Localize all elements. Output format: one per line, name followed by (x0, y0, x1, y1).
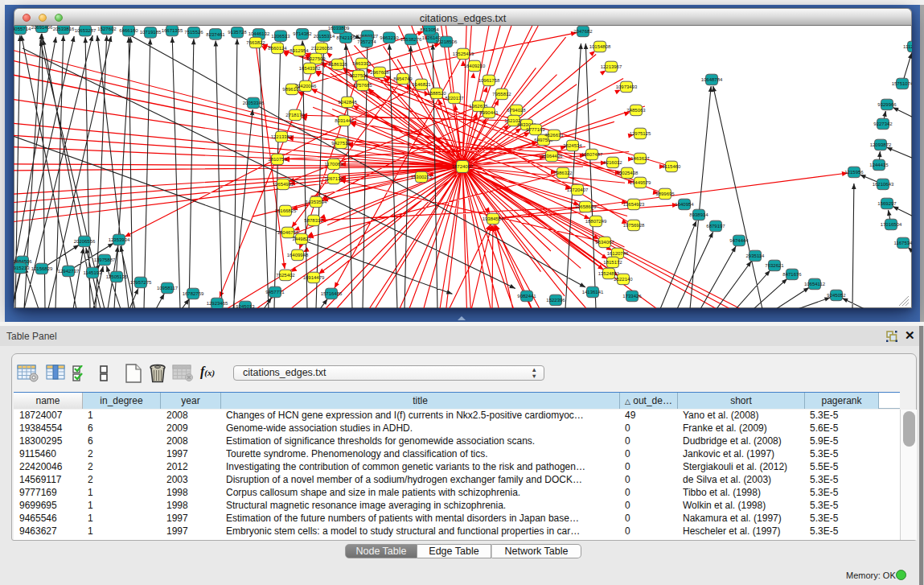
svg-text:23226058: 23226058 (311, 46, 333, 51)
svg-text:9135728: 9135728 (228, 30, 247, 35)
svg-text:1206513: 1206513 (271, 34, 290, 39)
svg-text:6794028: 6794028 (507, 108, 526, 113)
svg-text:10653287: 10653287 (75, 28, 97, 33)
svg-text:13975887: 13975887 (94, 257, 116, 262)
svg-text:16409948: 16409948 (287, 253, 309, 257)
svg-text:7485063: 7485063 (626, 108, 646, 113)
svg-text:8031442: 8031442 (335, 118, 354, 123)
svg-text:8454749: 8454749 (393, 76, 413, 81)
svg-text:9327509: 9327509 (306, 56, 326, 61)
svg-text:9427512: 9427512 (331, 141, 351, 146)
svg-text:7515526: 7515526 (184, 30, 203, 35)
svg-text:12505135: 12505135 (106, 274, 128, 279)
svg-text:9474444: 9474444 (729, 238, 749, 243)
svg-text:10654112: 10654112 (804, 282, 826, 286)
svg-text:8813054: 8813054 (420, 27, 439, 32)
svg-text:2047682: 2047682 (573, 29, 593, 34)
svg-text:7663822: 7663822 (246, 40, 265, 45)
svg-text:14353594: 14353594 (306, 200, 327, 204)
svg-text:16914479: 16914479 (303, 275, 325, 280)
svg-text:18807249: 18807249 (585, 219, 607, 224)
svg-text:8912954: 8912954 (290, 48, 309, 53)
svg-text:20533816: 20533816 (53, 27, 75, 31)
svg-text:16033809: 16033809 (328, 26, 350, 31)
svg-text:9242848: 9242848 (338, 100, 357, 105)
svg-text:7625402: 7625402 (276, 273, 295, 278)
svg-text:9329966: 9329966 (877, 102, 897, 107)
svg-text:17957275: 17957275 (130, 280, 152, 285)
svg-text:6879197: 6879197 (706, 224, 725, 229)
svg-text:20364436: 20364436 (541, 154, 563, 159)
svg-text:20691406: 20691406 (31, 26, 53, 30)
svg-text:8186328: 8186328 (328, 62, 347, 67)
svg-text:23420046: 23420046 (295, 84, 317, 89)
svg-text:9146821: 9146821 (412, 82, 431, 87)
svg-text:12942737: 12942737 (58, 269, 80, 274)
svg-text:1522396: 1522396 (546, 298, 565, 303)
svg-text:5878312: 5878312 (304, 218, 323, 223)
svg-text:9899695: 9899695 (655, 192, 675, 196)
svg-text:16409210: 16409210 (464, 64, 486, 68)
svg-text:6216012: 6216012 (603, 160, 622, 165)
svg-text:1733426: 1733426 (622, 294, 642, 299)
svg-text:8220137: 8220137 (445, 96, 464, 101)
svg-text:2522140: 2522140 (614, 277, 633, 282)
svg-text:1640954: 1640954 (675, 202, 694, 207)
svg-text:8660124: 8660124 (268, 46, 287, 51)
svg-text:2718170: 2718170 (285, 113, 305, 117)
svg-text:4626631: 4626631 (544, 133, 564, 138)
svg-text:10958117: 10958117 (157, 286, 179, 290)
svg-text:16210643: 16210643 (873, 182, 894, 187)
svg-text:12353934: 12353934 (109, 237, 130, 242)
svg-text:1810753: 1810753 (268, 157, 287, 162)
svg-text:7986322: 7986322 (553, 171, 573, 175)
svg-text:9227342: 9227342 (873, 122, 893, 126)
svg-text:17016504: 17016504 (881, 222, 902, 227)
svg-text:1527602: 1527602 (97, 27, 117, 31)
svg-text:10658609: 10658609 (575, 204, 597, 209)
svg-text:9245013: 9245013 (236, 304, 255, 308)
svg-text:16782759: 16782759 (183, 291, 204, 296)
svg-text:3449822: 3449822 (292, 237, 311, 241)
svg-text:8471676: 8471676 (782, 272, 802, 277)
svg-text:6466160: 6466160 (119, 28, 138, 33)
svg-text:1244415: 1244415 (869, 163, 889, 167)
svg-text:2935114: 2935114 (746, 253, 766, 258)
svg-text:15300215: 15300215 (411, 175, 433, 179)
svg-text:8757685: 8757685 (353, 83, 372, 88)
svg-text:13720407: 13720407 (567, 187, 589, 192)
svg-text:1463627: 1463627 (630, 156, 650, 161)
svg-text:1569297: 1569297 (877, 201, 897, 206)
svg-text:3624534: 3624534 (563, 143, 582, 148)
svg-text:9327504: 9327504 (349, 73, 368, 78)
svg-text:10961758: 10961758 (478, 78, 500, 83)
svg-text:9777169: 9777169 (526, 127, 545, 132)
svg-text:12093872: 12093872 (870, 142, 892, 147)
svg-text:12156829: 12156829 (31, 266, 53, 271)
svg-text:8938914: 8938914 (689, 212, 708, 217)
svg-text:10648784: 10648784 (701, 77, 723, 82)
svg-text:7955812: 7955812 (492, 92, 511, 97)
svg-text:2967608: 2967608 (370, 70, 389, 75)
svg-text:10807487: 10807487 (581, 152, 603, 157)
svg-text:3915213: 3915213 (14, 266, 30, 270)
svg-text:9634067: 9634067 (595, 240, 614, 245)
svg-text:7632621: 7632621 (765, 263, 784, 268)
svg-text:8990441: 8990441 (479, 110, 499, 115)
svg-text:1588520: 1588520 (427, 91, 446, 96)
svg-text:15538276: 15538276 (400, 37, 422, 42)
svg-text:9245052: 9245052 (827, 293, 846, 298)
svg-text:1815172: 1815172 (603, 260, 622, 265)
svg-text:8237461: 8237461 (206, 32, 225, 37)
svg-text:16671355: 16671355 (162, 28, 183, 33)
svg-text:1215956: 1215956 (844, 170, 864, 175)
svg-text:20053346: 20053346 (243, 101, 265, 105)
svg-text:9714382: 9714382 (293, 31, 312, 36)
svg-text:9115460: 9115460 (663, 164, 682, 169)
svg-text:15716485: 15716485 (321, 291, 343, 296)
svg-text:19166825: 19166825 (275, 208, 297, 213)
svg-text:13654923: 13654923 (623, 202, 645, 207)
svg-text:14055714: 14055714 (14, 27, 31, 31)
svg-text:12975125: 12975125 (630, 131, 651, 136)
svg-text:18724007: 18724007 (452, 164, 474, 169)
